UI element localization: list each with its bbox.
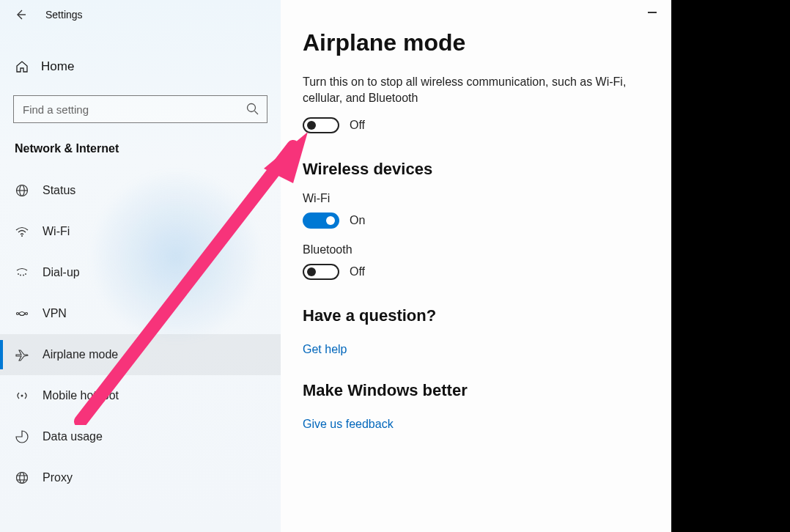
svg-point-14 — [20, 473, 24, 484]
page-description: Turn this on to stop all wireless commun… — [303, 74, 649, 107]
sidebar-item-label: Status — [43, 184, 75, 197]
wifi-label: Wi-Fi — [303, 192, 649, 205]
better-heading: Make Windows better — [303, 381, 649, 400]
svg-point-11 — [26, 313, 28, 315]
back-arrow-icon — [15, 9, 26, 21]
content-pane: Airplane mode Turn this on to stop all w… — [281, 0, 671, 532]
bluetooth-toggle-state: Off — [350, 265, 365, 278]
airplane-toggle[interactable] — [303, 117, 339, 133]
proxy-icon — [15, 470, 29, 485]
airplane-toggle-row: Off — [303, 117, 649, 133]
wifi-toggle[interactable] — [303, 213, 339, 229]
hotspot-icon — [15, 388, 29, 403]
bluetooth-block: Bluetooth Off — [303, 243, 649, 280]
search-input[interactable] — [13, 95, 267, 123]
svg-point-0 — [248, 104, 256, 112]
titlebar: Settings — [0, 0, 281, 29]
sidebar-item-proxy[interactable]: Proxy — [0, 457, 281, 498]
airplane-toggle-state: Off — [350, 119, 365, 132]
sidebar-item-label: Wi-Fi — [43, 225, 70, 238]
globe-icon — [15, 183, 29, 198]
category-heading: Network & Internet — [0, 123, 281, 163]
home-icon — [15, 59, 29, 74]
wifi-block: Wi-Fi On — [303, 192, 649, 229]
sidebar-item-airplane[interactable]: Airplane mode — [0, 334, 281, 375]
svg-point-8 — [23, 275, 24, 276]
settings-window: Settings Home Network & Internet Status … — [0, 0, 671, 532]
svg-point-6 — [18, 273, 19, 275]
airplane-icon — [15, 347, 29, 362]
sidebar-item-hotspot[interactable]: Mobile hotspot — [0, 375, 281, 416]
svg-point-5 — [21, 235, 23, 237]
search-icon — [246, 102, 260, 117]
svg-point-7 — [20, 275, 21, 276]
bluetooth-label: Bluetooth — [303, 243, 649, 256]
wireless-devices-heading: Wireless devices — [303, 160, 649, 179]
app-title: Settings — [45, 9, 83, 21]
sidebar-item-label: VPN — [43, 307, 67, 320]
wifi-toggle-state: On — [350, 214, 365, 227]
svg-point-13 — [17, 473, 28, 484]
sidebar-item-vpn[interactable]: VPN — [0, 293, 281, 334]
sidebar-item-label: Data usage — [43, 430, 103, 443]
nav-list: Status Wi-Fi Dial-up VPN Airplane mode M… — [0, 170, 281, 498]
datausage-icon — [15, 429, 29, 444]
sidebar-item-status[interactable]: Status — [0, 170, 281, 211]
left-pane: Settings Home Network & Internet Status … — [0, 0, 281, 532]
dialup-icon — [15, 265, 29, 280]
svg-point-9 — [25, 273, 26, 275]
wifi-icon — [15, 224, 29, 239]
minimize-button[interactable] — [648, 6, 658, 16]
search-box — [13, 95, 267, 123]
home-label: Home — [41, 59, 74, 74]
sidebar-item-wifi[interactable]: Wi-Fi — [0, 211, 281, 252]
feedback-link[interactable]: Give us feedback — [303, 418, 394, 431]
back-button[interactable] — [13, 7, 28, 22]
svg-point-10 — [17, 313, 19, 315]
svg-line-1 — [255, 111, 259, 115]
page-title: Airplane mode — [303, 29, 649, 56]
sidebar-item-datausage[interactable]: Data usage — [0, 416, 281, 457]
home-nav[interactable]: Home — [0, 50, 281, 84]
question-heading: Have a question? — [303, 306, 649, 325]
sidebar-item-label: Proxy — [43, 471, 73, 484]
sidebar-item-label: Airplane mode — [43, 348, 118, 361]
get-help-link[interactable]: Get help — [303, 343, 347, 356]
bluetooth-toggle[interactable] — [303, 264, 339, 280]
svg-point-12 — [21, 395, 23, 397]
sidebar-item-dialup[interactable]: Dial-up — [0, 252, 281, 293]
vpn-icon — [15, 306, 29, 321]
black-margin — [671, 0, 790, 532]
sidebar-item-label: Mobile hotspot — [43, 389, 119, 402]
sidebar-item-label: Dial-up — [43, 266, 80, 279]
